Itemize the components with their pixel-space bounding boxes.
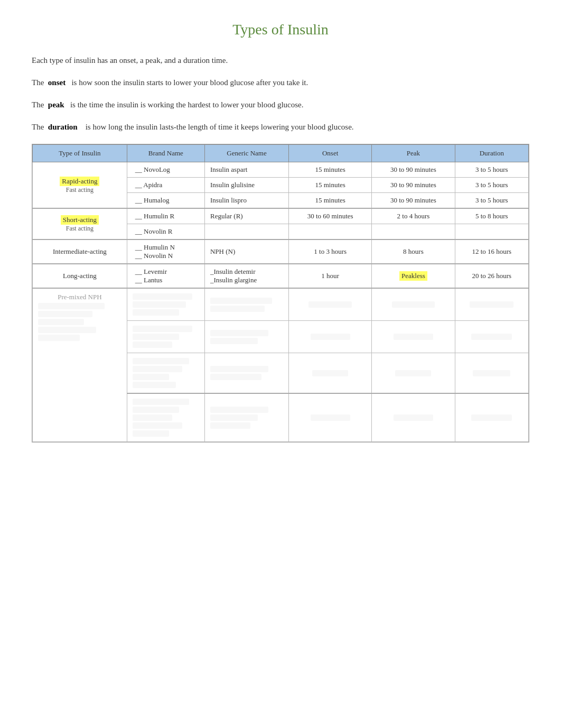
table-row: Pre-mixed NPH: [33, 288, 529, 321]
table-header-row: Type of Insulin Brand Name Generic Name …: [33, 145, 529, 162]
brand-long-acting: __ Levemir__ Lantus: [127, 264, 204, 288]
onset-blurred-3: [289, 353, 372, 394]
brand-apidra: __ Apidra: [127, 178, 204, 193]
generic-glulisine: Insulin glulisine: [204, 178, 288, 193]
col-header-generic: Generic Name: [204, 145, 288, 162]
duration-rapid1: 3 to 5 hours: [455, 162, 528, 178]
type-intermediate: Intermediate-acting: [33, 239, 127, 264]
onset-short2: [289, 224, 372, 240]
table-row: Intermediate-acting __ Humulin N__ Novol…: [33, 239, 529, 264]
generic-short2: [204, 224, 288, 240]
generic-regular: Regular (R): [204, 208, 288, 224]
generic-blurred-4: [204, 393, 288, 442]
brand-blurred-3: [127, 353, 204, 394]
brand-blurred-1: [127, 288, 204, 321]
intro-paragraph-4: The duration is how long the insulin las…: [32, 121, 529, 133]
fast-acting-sublabel: Fast acting: [38, 186, 121, 194]
type-premixed: Pre-mixed NPH: [33, 288, 127, 442]
onset-blurred-1: [289, 288, 372, 321]
page-title: Types of Insulin: [32, 21, 529, 38]
duration-blurred-3: [455, 353, 528, 394]
peak-blurred-4: [372, 393, 455, 442]
intro-paragraph-1: Each type of insulin has an onset, a pea…: [32, 54, 529, 67]
col-header-brand: Brand Name: [127, 145, 204, 162]
peak-rapid3: 30 to 90 minutes: [372, 193, 455, 209]
short-acting-label: Short-acting: [61, 215, 99, 225]
onset-short1: 30 to 60 minutes: [289, 208, 372, 224]
peak-blurred-3: [372, 353, 455, 394]
type-rapid-acting: Rapid-acting Fast acting: [33, 162, 127, 209]
duration-rapid2: 3 to 5 hours: [455, 178, 528, 193]
col-header-duration: Duration: [455, 145, 528, 162]
rapid-acting-label: Rapid-acting: [60, 177, 99, 186]
intro-paragraph-3: The peak is the time the insulin is work…: [32, 98, 529, 111]
term-peak: peak: [48, 100, 64, 109]
brand-novolog: __ NovoLog: [127, 162, 204, 178]
generic-blurred-1: [204, 288, 288, 321]
peak-blurred-2: [372, 321, 455, 353]
duration-blurred-1: [455, 288, 528, 321]
peak-blurred-1: [372, 288, 455, 321]
insulin-table: Type of Insulin Brand Name Generic Name …: [32, 144, 529, 442]
peakless-label: Peakless: [399, 271, 427, 281]
type-long-acting: Long-acting: [33, 264, 127, 288]
duration-blurred-2: [455, 321, 528, 353]
intro-section: Each type of insulin has an onset, a pea…: [32, 54, 529, 133]
premixed-subtext: [38, 303, 121, 341]
intro-paragraph-2: The onset is how soon the insulin starts…: [32, 76, 529, 89]
peak-short2: [372, 224, 455, 240]
type-short-acting: Short-acting Fast acting: [33, 208, 127, 239]
generic-lispro: Insulin lispro: [204, 193, 288, 209]
peak-intermediate: 8 hours: [372, 239, 455, 264]
brand-humulin-n-novolin-n: __ Humulin N__ Novolin N: [127, 239, 204, 264]
brand-blurred-4: [127, 393, 204, 442]
peak-short1: 2 to 4 hours: [372, 208, 455, 224]
generic-aspart: Insulin aspart: [204, 162, 288, 178]
onset-rapid2: 15 minutes: [289, 178, 372, 193]
brand-humalog: __ Humalog: [127, 193, 204, 209]
col-header-peak: Peak: [372, 145, 455, 162]
onset-rapid3: 15 minutes: [289, 193, 372, 209]
generic-long-acting: _Insulin detemir_Insulin glargine: [204, 264, 288, 288]
table-row: Long-acting __ Levemir__ Lantus _Insulin…: [33, 264, 529, 288]
onset-intermediate: 1 to 3 hours: [289, 239, 372, 264]
duration-short1: 5 to 8 hours: [455, 208, 528, 224]
onset-long: 1 hour: [289, 264, 372, 288]
generic-nph: NPH (N): [204, 239, 288, 264]
peak-rapid1: 30 to 90 minutes: [372, 162, 455, 178]
peak-rapid2: 30 to 90 minutes: [372, 178, 455, 193]
duration-blurred-4: [455, 393, 528, 442]
col-header-onset: Onset: [289, 145, 372, 162]
fast-acting-sublabel2: Fast acting: [38, 225, 121, 233]
insulin-table-wrapper: Type of Insulin Brand Name Generic Name …: [32, 144, 529, 443]
duration-long: 20 to 26 hours: [455, 264, 528, 288]
col-header-type: Type of Insulin: [33, 145, 127, 162]
peak-long: Peakless: [372, 264, 455, 288]
generic-blurred-2: [204, 321, 288, 353]
table-row: Rapid-acting Fast acting __ NovoLog Insu…: [33, 162, 529, 178]
duration-short2: [455, 224, 528, 240]
onset-blurred-4: [289, 393, 372, 442]
onset-blurred-2: [289, 321, 372, 353]
term-duration: duration: [48, 123, 78, 131]
brand-novolin-r: __ Novolin R: [127, 224, 204, 240]
duration-intermediate: 12 to 16 hours: [455, 239, 528, 264]
brand-blurred-2: [127, 321, 204, 353]
table-row: Short-acting Fast acting __ Humulin R Re…: [33, 208, 529, 224]
brand-humulin-r: __ Humulin R: [127, 208, 204, 224]
term-onset: onset: [48, 78, 66, 87]
duration-rapid3: 3 to 5 hours: [455, 193, 528, 209]
onset-rapid1: 15 minutes: [289, 162, 372, 178]
generic-blurred-3: [204, 353, 288, 394]
